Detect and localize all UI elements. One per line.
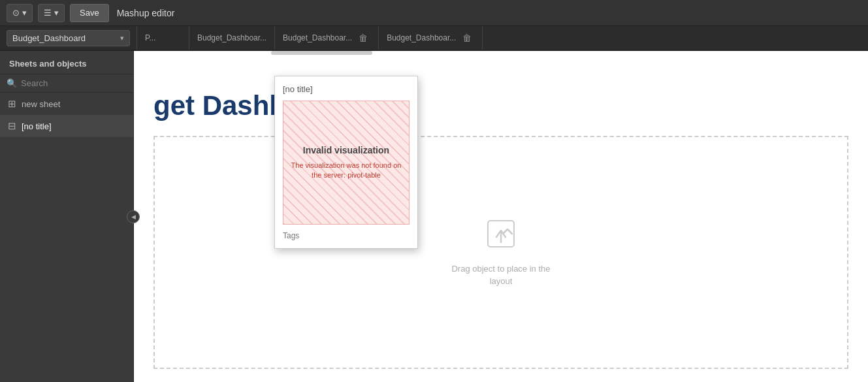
popup-card-title: [no title] — [283, 84, 410, 94]
sidebar-item-no-title-label: [no title] — [22, 121, 52, 131]
sidebar-item-new-sheet-label: new sheet — [22, 99, 60, 109]
list-dropdown-arrow: ▾ — [54, 8, 59, 18]
tab-3-delete-icon[interactable]: 🗑 — [356, 31, 370, 44]
popup-card: [no title] Invalid visualization The vis… — [274, 76, 418, 249]
viz-card: Invalid visualization The visualization … — [283, 101, 410, 225]
search-icon: 🔍 — [7, 78, 17, 88]
tab-4[interactable]: Budget_Dashboar... 🗑 — [379, 26, 483, 50]
sidebar-item-new-sheet[interactable]: ⊞ new sheet — [0, 93, 133, 115]
app-icon-button[interactable]: ⊙ ▾ — [7, 4, 33, 22]
viz-desc: The visualization was not found on the s… — [290, 161, 402, 181]
tab-1[interactable]: P... — [137, 26, 189, 50]
scroll-indicator[interactable] — [271, 51, 372, 55]
tab-2[interactable]: Budget_Dashboar... — [189, 26, 275, 50]
app-selector[interactable]: Budget_Dashboard ▾ — [7, 30, 130, 46]
new-sheet-icon: ⊞ — [8, 98, 16, 110]
popup-tags: Tags — [283, 231, 410, 240]
main-layout: Sheets and objects 🔍 ⊞ new sheet ⊟ [no t… — [0, 51, 868, 382]
tab-4-delete-icon[interactable]: 🗑 — [460, 31, 474, 44]
drop-icon — [485, 217, 517, 256]
tab-2-label: Budget_Dashboar... — [197, 33, 266, 42]
toolbar-title: Mashup editor — [117, 8, 175, 18]
toolbar: ⊙ ▾ ☰ ▾ Save Mashup editor — [0, 0, 868, 26]
sidebar-section-title: Sheets and objects — [0, 51, 133, 74]
sidebar: Sheets and objects 🔍 ⊞ new sheet ⊟ [no t… — [0, 51, 134, 382]
app-icon: ⊙ — [12, 8, 20, 18]
app-selector-label: Budget_Dashboard — [12, 33, 116, 43]
content-area: get Dashboard Drag object to place in th… — [134, 51, 868, 382]
sidebar-collapse-button[interactable]: ◀ — [127, 210, 140, 223]
app-dropdown-arrow: ▾ — [22, 8, 27, 18]
save-button[interactable]: Save — [70, 4, 109, 22]
viz-title: Invalid visualization — [303, 145, 389, 155]
tab-3-label: Budget_Dashboar... — [283, 33, 352, 42]
drop-zone[interactable]: Drag object to place in thelayout — [153, 136, 848, 369]
list-icon: ☰ — [44, 8, 52, 18]
tab-4-label: Budget_Dashboar... — [387, 33, 456, 42]
no-title-icon: ⊟ — [8, 120, 16, 132]
sidebar-item-no-title[interactable]: ⊟ [no title] — [0, 115, 133, 137]
tab-1-label: P... — [145, 33, 155, 42]
search-input[interactable] — [21, 78, 127, 88]
tab-bar: Budget_Dashboard ▾ P... Budget_Dashboar.… — [0, 26, 868, 51]
app-selector-arrow: ▾ — [120, 34, 124, 42]
drop-text: Drag object to place in thelayout — [451, 263, 550, 288]
tab-3[interactable]: Budget_Dashboar... 🗑 — [275, 26, 379, 50]
list-icon-button[interactable]: ☰ ▾ — [38, 4, 65, 22]
sidebar-search-container: 🔍 — [0, 74, 133, 93]
sidebar-collapse-icon: ◀ — [131, 214, 136, 220]
